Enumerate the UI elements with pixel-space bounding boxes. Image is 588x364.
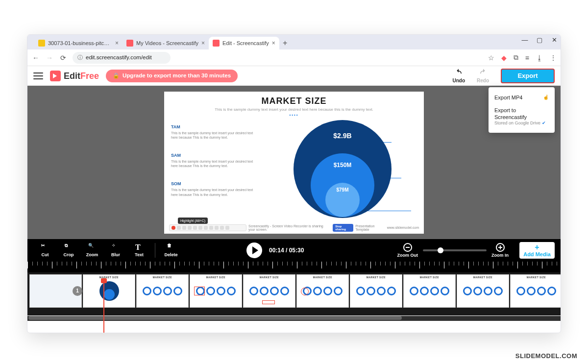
- app-header: EditFree 🔒 Upgrade to export more than 3…: [27, 66, 561, 86]
- timeline-thumb[interactable]: MARKET SIZE: [296, 274, 349, 308]
- record-icon: [172, 226, 175, 230]
- zoom-out-icon: [403, 243, 412, 252]
- playhead[interactable]: [103, 279, 104, 333]
- browser-window: 30073-01-business-pitch-deck × My Videos…: [27, 34, 561, 333]
- timeline-thumb[interactable]: MARKET SIZE: [243, 274, 295, 308]
- sam-value: $150M: [334, 162, 352, 168]
- add-media-label: Add Media: [523, 252, 551, 257]
- zoom-tool[interactable]: 🔍Zoom: [80, 243, 104, 257]
- timeline-ruler[interactable]: [27, 262, 561, 272]
- timeline-thumb[interactable]: MARKET SIZE: [457, 274, 509, 308]
- window-close-icon[interactable]: ✕: [551, 37, 558, 43]
- window-maximize-icon[interactable]: ▢: [536, 37, 543, 43]
- timeline-thumb[interactable]: MARKET SIZE: [350, 274, 402, 308]
- brand-word-edit: Edit: [64, 71, 80, 81]
- export-label: Export: [517, 73, 538, 79]
- zoom-out-button[interactable]: Zoom Out: [397, 243, 418, 258]
- cursor-icon: ☝: [543, 94, 549, 100]
- timeline-scrollbar[interactable]: [27, 316, 561, 321]
- export-screencastify-option[interactable]: Export to Screencastify Stored on Google…: [489, 104, 555, 129]
- timeline-thumb[interactable]: MARKET SIZE: [136, 274, 189, 308]
- reading-list-icon[interactable]: ≡: [525, 54, 529, 62]
- new-tab-button[interactable]: +: [279, 37, 291, 49]
- crop-icon: ⧉: [65, 243, 73, 251]
- tab-title: 30073-01-business-pitch-deck: [48, 41, 112, 46]
- som-label: SOM: [171, 182, 254, 186]
- export-dropdown: Export MP4 ☝ Export to Screencastify Sto…: [489, 87, 555, 133]
- screen-share-msg: Screencastify - Screen Video Recorder is…: [248, 224, 331, 231]
- browser-tab-2[interactable]: My Videos - Screencastify ×: [122, 37, 209, 49]
- redo-label: Redo: [477, 78, 489, 83]
- forward-icon[interactable]: →: [45, 54, 54, 61]
- zoom-label: Zoom: [86, 253, 98, 257]
- cut-tool[interactable]: ✂Cut: [33, 243, 57, 257]
- zoom-in-icon: [496, 243, 505, 252]
- browser-tab-1[interactable]: 30073-01-business-pitch-deck ×: [34, 37, 122, 49]
- blur-tool[interactable]: ⁘Blur: [104, 243, 127, 257]
- tab-title: Edit - Screencastify: [222, 41, 269, 46]
- browser-toolbar: ← → ⟳ ⓘ edit.screencastify.com/edit ☆ ◆ …: [27, 49, 561, 66]
- timeline-thumb[interactable]: MARKET SIZE: [403, 274, 456, 308]
- clip-number-badge: 1: [73, 286, 82, 296]
- timeline-thumb[interactable]: MARKET SIZE: [190, 274, 242, 308]
- play-button[interactable]: [246, 243, 262, 258]
- extension-screencastify-icon[interactable]: ◆: [501, 54, 507, 62]
- market-size-chart: $2.9B $150M $79M: [254, 120, 417, 225]
- menu-icon[interactable]: [33, 73, 43, 79]
- plus-icon: +: [535, 243, 539, 251]
- undo-button[interactable]: Undo: [452, 68, 465, 83]
- redo-button[interactable]: Redo: [477, 68, 489, 83]
- video-canvas[interactable]: MARKET SIZE This is the sample dummy tex…: [27, 86, 561, 239]
- back-icon[interactable]: ←: [31, 54, 40, 61]
- close-icon[interactable]: ×: [201, 40, 205, 46]
- zoom-slider[interactable]: [423, 249, 487, 251]
- undo-icon: [454, 68, 463, 77]
- highlight-tooltip: Highlight (Alt+C): [178, 218, 208, 224]
- bookmark-star-icon[interactable]: ☆: [488, 54, 494, 62]
- screencastify-favicon: [213, 40, 220, 47]
- browser-tab-strip: 30073-01-business-pitch-deck × My Videos…: [27, 35, 561, 49]
- slide-title: MARKET SIZE: [164, 97, 424, 105]
- browser-tab-3[interactable]: Edit - Screencastify ×: [209, 37, 279, 49]
- tam-value: $2.9B: [333, 132, 351, 139]
- export-button[interactable]: Export: [501, 69, 555, 83]
- close-icon[interactable]: ×: [115, 40, 119, 46]
- scissors-icon: ✂: [41, 243, 49, 251]
- slider-thumb[interactable]: [438, 247, 443, 253]
- timeline-thumb[interactable]: MARKET SIZE: [83, 274, 135, 308]
- close-icon[interactable]: ×: [272, 40, 275, 46]
- reload-icon[interactable]: ⟳: [59, 54, 68, 61]
- app-logo[interactable]: EditFree: [50, 71, 99, 81]
- text-tool[interactable]: TText: [127, 243, 151, 257]
- add-media-button[interactable]: +Add Media: [519, 242, 555, 259]
- text-icon: T: [135, 243, 143, 251]
- site-info-icon[interactable]: ⓘ: [77, 54, 83, 61]
- tam-label: TAM: [171, 125, 254, 129]
- delete-tool[interactable]: 🗑Delete: [159, 243, 183, 257]
- upgrade-button[interactable]: 🔒 Upgrade to export more than 30 minutes: [106, 70, 238, 82]
- stop-sharing-button: Stop sharing: [333, 224, 353, 232]
- zoom-in-label: Zoom In: [491, 253, 509, 258]
- crop-tool[interactable]: ⧉Crop: [57, 243, 80, 257]
- timeline-thumb[interactable]: MARKET SIZE: [510, 274, 561, 308]
- screencastify-favicon: [126, 40, 133, 47]
- zoom-in-button[interactable]: Zoom In: [491, 243, 509, 258]
- window-minimize-icon[interactable]: —: [521, 37, 528, 43]
- cut-label: Cut: [42, 253, 49, 257]
- upgrade-label: Upgrade to export more than 30 minutes: [122, 73, 231, 79]
- export-mp4-option[interactable]: Export MP4 ☝: [489, 91, 555, 104]
- divider: [155, 243, 155, 258]
- scrollbar-thumb[interactable]: [28, 316, 402, 320]
- screencastify-logo-icon: [50, 71, 61, 81]
- export-mp4-label: Export MP4: [494, 94, 522, 101]
- slide-footer-b: www.slidemodel.com: [387, 226, 419, 229]
- url-text: edit.screencastify.com/edit: [86, 55, 152, 61]
- chrome-menu-icon[interactable]: ⋮: [550, 54, 557, 62]
- address-bar[interactable]: ⓘ edit.screencastify.com/edit: [73, 52, 171, 64]
- extensions-icon[interactable]: ⧉: [514, 53, 518, 62]
- slides-favicon: [38, 40, 45, 47]
- blur-icon: ⁘: [112, 243, 120, 251]
- sam-label: SAM: [171, 153, 254, 158]
- downloads-icon[interactable]: ⭳: [536, 54, 543, 62]
- timeline-thumbnails[interactable]: 1 MARKET SIZE MARKET SIZE MARKET SIZE MA…: [27, 272, 561, 315]
